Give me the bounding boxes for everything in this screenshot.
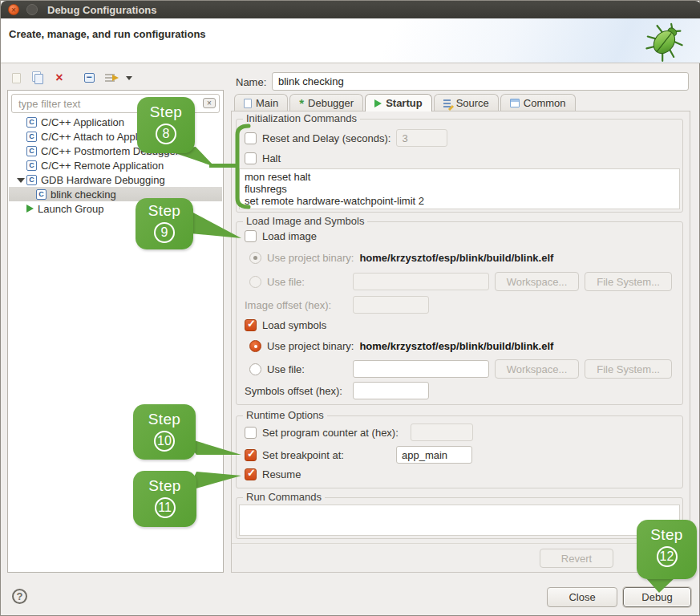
resume-label: Resume xyxy=(262,468,301,480)
tree-item-gdb-hardware-debugging[interactable]: CGDB Hardware Debugging xyxy=(9,172,222,187)
c-app-icon: C xyxy=(26,146,37,156)
init-commands-textarea[interactable]: mon reset halt flushregs set remote hard… xyxy=(239,168,680,209)
halt-label: Halt xyxy=(262,152,281,164)
help-icon[interactable]: ? xyxy=(12,589,27,604)
image-use-project-binary-radio[interactable] xyxy=(249,252,261,264)
c-app-icon: C xyxy=(26,160,37,171)
step-number: 9 xyxy=(154,222,175,243)
program-counter-field[interactable] xyxy=(411,424,473,441)
resume-checkbox[interactable] xyxy=(245,468,257,480)
image-offset-field[interactable] xyxy=(353,296,429,314)
tree-item-label: C/C++ Remote Application xyxy=(41,160,164,172)
tab-label: Common xyxy=(524,97,566,109)
window-close-icon[interactable]: × xyxy=(8,4,19,15)
project-binary-path: home/krzysztof/esp/blink/build/blink.elf xyxy=(359,340,553,352)
image-file-field[interactable] xyxy=(353,273,489,290)
run-commands-textarea[interactable] xyxy=(239,505,680,536)
halt-checkbox[interactable] xyxy=(245,152,257,164)
symbols-file-system-button[interactable]: File System... xyxy=(585,359,672,379)
step-label: Step xyxy=(148,202,180,220)
filter-icon[interactable] xyxy=(103,71,118,85)
c-app-icon: C xyxy=(36,189,47,200)
launch-group-play-icon xyxy=(26,205,34,213)
titlebar[interactable]: × Debug Configurations xyxy=(1,1,700,18)
group-title: Runtime Options xyxy=(243,409,327,421)
page-icon xyxy=(244,99,252,108)
tree-item-blink-checking[interactable]: Cblink checking xyxy=(9,187,222,201)
set-program-counter-checkbox[interactable] xyxy=(245,427,257,439)
bug-icon xyxy=(643,20,686,62)
symbols-use-project-binary-radio[interactable] xyxy=(249,340,261,352)
tree-item-cpp-remote[interactable]: CC/C++ Remote Application xyxy=(9,158,222,172)
project-binary-path: home/krzysztof/esp/blink/build/blink.elf xyxy=(359,252,553,264)
tree-item-label: GDB Hardware Debugging xyxy=(41,174,165,186)
group-title: Load Image and Symbols xyxy=(243,215,367,227)
step-label: Step xyxy=(150,103,182,121)
step-label: Step xyxy=(148,411,180,428)
page-title: Create, manage, and run configurations xyxy=(9,28,206,40)
tab-source[interactable]: Source xyxy=(434,94,499,111)
tab-label: Debugger xyxy=(308,97,354,109)
symbols-offset-label: Symbols offset (hex): xyxy=(245,385,347,397)
step-number: 8 xyxy=(156,124,176,144)
load-image-symbols-group: Load Image and Symbols Load image Use pr… xyxy=(236,221,683,405)
set-breakpoint-label: Set breakpoint at: xyxy=(262,449,390,461)
source-icon xyxy=(443,99,452,108)
image-use-file-radio[interactable] xyxy=(249,276,261,288)
load-image-label: Load image xyxy=(262,230,317,242)
step-11-callout: Step 11 xyxy=(133,471,196,527)
debug-configurations-dialog: × Debug Configurations Create, manage, a… xyxy=(0,0,700,616)
dropdown-caret-icon[interactable] xyxy=(125,71,133,85)
tree-item-label: Launch Group xyxy=(38,203,103,215)
symbols-file-field[interactable] xyxy=(353,360,489,378)
window-title: Debug Configurations xyxy=(47,4,157,16)
new-configuration-icon[interactable] xyxy=(9,71,23,85)
use-file-label: Use file: xyxy=(267,363,347,375)
load-symbols-label: Load symbols xyxy=(262,319,326,331)
load-symbols-checkbox[interactable] xyxy=(245,319,257,331)
image-file-system-button[interactable]: File System... xyxy=(585,272,672,291)
play-icon xyxy=(374,99,382,107)
use-project-binary-label: Use project binary: xyxy=(267,252,354,264)
tab-common[interactable]: Common xyxy=(500,94,576,111)
load-image-checkbox[interactable] xyxy=(245,230,257,242)
tree-item-label: C/C++ Application xyxy=(41,116,124,128)
set-program-counter-label: Set program counter at (hex): xyxy=(262,427,405,439)
tab-label: Startup xyxy=(386,97,423,109)
debug-button[interactable]: Debug xyxy=(623,587,691,607)
name-input[interactable] xyxy=(272,72,689,91)
common-icon xyxy=(510,99,520,107)
symbols-offset-field[interactable] xyxy=(353,382,429,399)
reset-and-delay-checkbox[interactable] xyxy=(245,132,257,144)
symbols-use-file-radio[interactable] xyxy=(249,363,261,375)
revert-button[interactable]: Revert xyxy=(540,549,613,568)
delete-icon[interactable]: × xyxy=(52,71,67,85)
use-project-binary-label: Use project binary: xyxy=(267,340,354,352)
debugger-icon: * xyxy=(299,99,304,108)
tab-label: Main xyxy=(256,97,278,109)
breakpoint-field[interactable]: app_main xyxy=(396,446,472,464)
duplicate-icon[interactable] xyxy=(30,71,45,85)
tree-item-label: blink checking xyxy=(51,188,116,201)
collapse-all-icon[interactable]: − xyxy=(82,71,96,85)
step-8-callout: Step 8 xyxy=(137,97,195,153)
tab-startup[interactable]: Startup xyxy=(365,94,432,111)
step-10-callout: Step 10 xyxy=(133,404,196,460)
tab-label: Source xyxy=(456,97,489,109)
divider xyxy=(232,543,690,544)
tab-debugger[interactable]: *Debugger xyxy=(289,94,363,111)
reset-delay-field[interactable]: 3 xyxy=(396,129,447,147)
clear-filter-icon[interactable]: × xyxy=(203,98,216,108)
c-app-icon: C xyxy=(26,175,37,185)
step-12-callout: Step 12 xyxy=(637,520,697,579)
tab-bar: Main *Debugger Startup Source Common xyxy=(234,94,577,111)
close-button[interactable]: Close xyxy=(547,587,617,607)
chevron-down-icon[interactable] xyxy=(17,178,25,183)
step-label: Step xyxy=(650,526,682,544)
symbols-workspace-button[interactable]: Workspace... xyxy=(495,359,580,379)
set-breakpoint-checkbox[interactable] xyxy=(245,449,257,461)
window-minimize-icon[interactable] xyxy=(26,4,38,15)
name-label: Name: xyxy=(236,76,266,88)
image-workspace-button[interactable]: Workspace... xyxy=(495,272,580,291)
tab-main[interactable]: Main xyxy=(234,94,288,111)
